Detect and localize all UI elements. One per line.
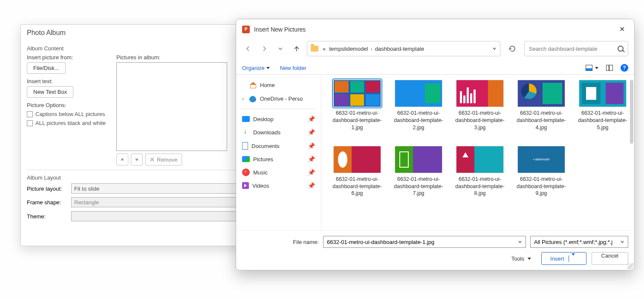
pictures-in-album-list[interactable]	[116, 62, 227, 151]
nav-recent-button[interactable]	[274, 43, 286, 55]
pin-icon[interactable]: 📌	[308, 142, 315, 149]
theme-label: Theme:	[27, 213, 68, 220]
file-item[interactable]: 6632-01-metro-ui-dashboard-template-4.jp…	[513, 80, 569, 131]
breadcrumb-sep: ›	[370, 46, 372, 52]
pin-icon[interactable]: 📌	[308, 129, 315, 136]
file-item[interactable]: 6632-01-metro-ui-dashboard-template-6.jp…	[329, 146, 385, 197]
search-input[interactable]: Search dashboard-template	[524, 41, 628, 56]
file-item[interactable]: 6632-01-metro-ui-dashboard-template-3.jp…	[452, 80, 508, 131]
powerpoint-icon: P	[242, 26, 250, 33]
sidebar-item-desktop[interactable]: Desktop 📌	[239, 113, 318, 125]
file-name-input[interactable]: 6632-01-metro-ui-dashboard-template-1.jp…	[323, 236, 526, 248]
file-name: 6632-01-metro-ui-dashboard-template-2.jp…	[390, 110, 447, 131]
help-icon[interactable]: ?	[621, 64, 628, 72]
chevron-down-icon[interactable]	[620, 240, 624, 244]
file-thumbnail	[456, 146, 504, 173]
chevron-right-icon[interactable]: ›	[242, 96, 245, 102]
remove-button[interactable]: Remove	[145, 154, 182, 165]
file-item[interactable]: 6632-01-metro-ui-dashboard-template-8.jp…	[452, 146, 508, 197]
insert-split-button[interactable]	[569, 255, 578, 262]
file-item[interactable]: 6632-01-metro-ui-dashboard-template-2.jp…	[390, 80, 447, 131]
pin-icon[interactable]: 📌	[308, 156, 315, 163]
folder-icon	[311, 46, 318, 52]
chevron-down-icon	[528, 258, 531, 260]
file-thumbnail	[333, 146, 381, 173]
file-item[interactable]: 6632-01-metro-ui-dashboard-template-7.jp…	[390, 146, 447, 197]
document-icon	[242, 142, 248, 150]
cancel-button[interactable]: Cancel	[592, 252, 628, 265]
picture-options-label: Picture Options:	[27, 102, 112, 108]
blackwhite-checkbox[interactable]	[27, 120, 33, 126]
file-name: 6632-01-metro-ui-dashboard-template-1.jp…	[329, 110, 385, 131]
sidebar-item-downloads[interactable]: Downloads 📌	[239, 125, 318, 139]
file-type-filter[interactable]: All Pictures (*.emf;*.wmf;*.jpg;*.j	[530, 236, 628, 248]
move-down-button[interactable]	[131, 154, 143, 165]
sidebar-item-pictures[interactable]: Pictures 📌	[239, 153, 318, 165]
file-item[interactable]: 6632-01-metro-ui-dashboard-template-5.jp…	[575, 80, 631, 131]
breadcrumb-1[interactable]: tempslidemodel	[328, 45, 369, 53]
file-name-label: File name:	[268, 239, 319, 245]
file-disk-button[interactable]: File/Disk...	[27, 62, 66, 74]
captions-checkbox[interactable]	[27, 111, 33, 117]
search-placeholder: Search dashboard-template	[529, 46, 597, 52]
sidebar-item-home[interactable]: Home	[239, 78, 318, 92]
sidebar-item-onedrive[interactable]: › OneDrive - Perso	[239, 92, 318, 105]
chevron-down-icon[interactable]	[518, 240, 522, 244]
sidebar-item-videos[interactable]: Videos 📌	[239, 179, 318, 192]
sidebar-pictures-label: Pictures	[253, 156, 273, 163]
nav-up-button[interactable]	[291, 43, 303, 55]
nav-back-button[interactable]	[242, 43, 254, 55]
close-button[interactable]: ✕	[616, 23, 628, 35]
address-bar[interactable]: « tempslidemodel › dashboard-template	[307, 41, 500, 56]
pin-icon[interactable]: 📌	[308, 169, 315, 176]
refresh-button[interactable]	[505, 41, 520, 56]
insert-text-label: Insert text:	[27, 78, 112, 84]
file-thumbnail	[395, 146, 442, 173]
sidebar-videos-label: Videos	[252, 183, 269, 189]
home-icon	[249, 81, 257, 89]
chevron-down-icon	[572, 253, 575, 262]
pin-icon[interactable]: 📌	[308, 182, 315, 189]
chevron-down-icon	[266, 67, 270, 69]
breadcrumb-prefix: «	[322, 45, 326, 53]
insert-label: Insert	[550, 255, 564, 262]
sidebar: Home › OneDrive - Perso Desktop 📌 Downlo…	[236, 75, 321, 230]
search-icon	[618, 46, 624, 52]
chevron-down-icon[interactable]	[595, 67, 598, 69]
frame-shape-value: Rectangle	[74, 199, 99, 206]
video-icon	[242, 182, 249, 189]
black-white-option[interactable]: ALL pictures black and white	[27, 120, 112, 126]
scrollbar[interactable]	[630, 80, 633, 144]
sidebar-item-music[interactable]: Music 📌	[239, 165, 318, 179]
file-item[interactable]: ▪ slidemodel 6632-01-metro-ui-dashboard-…	[513, 146, 569, 197]
remove-label: Remove	[157, 157, 177, 163]
file-thumbnail	[333, 80, 381, 107]
file-list[interactable]: 6632-01-metro-ui-dashboard-template-1.jp…	[321, 75, 634, 230]
captions-below-option[interactable]: Captions below ALL pictures	[27, 111, 112, 117]
sidebar-item-documents[interactable]: Documents 📌	[239, 139, 318, 153]
file-name: 6632-01-metro-ui-dashboard-template-4.jp…	[513, 110, 569, 131]
file-thumbnail	[395, 80, 442, 107]
resize-grip[interactable]	[627, 263, 633, 269]
move-up-button[interactable]	[116, 154, 128, 165]
view-thumbnails-icon[interactable]	[586, 65, 592, 71]
breadcrumb-2[interactable]: dashboard-template	[374, 45, 425, 53]
nav-forward-button[interactable]	[258, 43, 270, 55]
organize-button[interactable]: Organize	[242, 65, 270, 71]
new-text-box-button[interactable]: New Text Box	[27, 86, 73, 98]
tools-menu[interactable]: Tools	[511, 255, 531, 262]
file-thumbnail	[579, 80, 627, 107]
music-icon	[242, 168, 250, 176]
file-item[interactable]: 6632-01-metro-ui-dashboard-template-1.jp…	[329, 80, 385, 131]
insert-button[interactable]: Insert	[541, 252, 586, 265]
new-folder-button[interactable]: New folder	[280, 65, 306, 71]
chevron-down-icon[interactable]	[492, 46, 497, 51]
pictures-icon	[242, 156, 250, 162]
captions-below-label: Captions below ALL pictures	[35, 111, 105, 117]
picture-layout-value: Fit to slide	[74, 186, 99, 192]
file-name: 6632-01-metro-ui-dashboard-template-5.jp…	[575, 110, 631, 131]
pin-icon[interactable]: 📌	[308, 116, 315, 122]
x-icon	[150, 157, 154, 162]
preview-pane-icon[interactable]	[606, 65, 613, 71]
file-thumbnail: ▪ slidemodel	[517, 146, 565, 173]
